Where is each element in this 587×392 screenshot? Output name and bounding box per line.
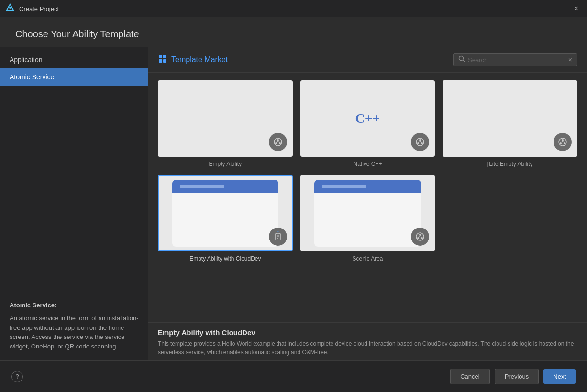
svg-rect-2 <box>159 55 162 58</box>
phone-header-bar-scenic <box>322 185 366 188</box>
svg-point-23 <box>564 142 565 144</box>
card-label-lite-empty: [Lite]Empty Ability <box>487 161 533 167</box>
template-market-icon <box>158 54 167 65</box>
template-market-label: Template Market <box>158 54 228 65</box>
svg-line-7 <box>463 60 465 62</box>
card-preview-scenic-area <box>300 175 435 251</box>
phone-header-clouddev <box>172 180 278 193</box>
phone-header-bar <box>180 185 224 188</box>
dialog-footer: ? Cancel Previous Next <box>0 360 587 392</box>
titlebar: Create Project × <box>0 0 587 17</box>
sidebar-description-body: An atomic service in the form of an inst… <box>10 314 139 351</box>
main-content: Template Market × <box>148 47 587 360</box>
svg-rect-5 <box>163 59 166 63</box>
svg-point-11 <box>279 142 281 144</box>
window: Create Project × Choose Your Ability Tem… <box>0 0 587 392</box>
svg-point-22 <box>560 142 562 144</box>
svg-point-10 <box>275 142 277 144</box>
search-clear-button[interactable]: × <box>568 56 572 64</box>
help-button[interactable]: ? <box>11 371 23 382</box>
svg-rect-3 <box>163 55 166 58</box>
svg-point-21 <box>562 139 564 141</box>
svg-rect-4 <box>159 59 162 63</box>
search-box: × <box>453 53 577 66</box>
card-badge-clouddev <box>269 228 287 246</box>
sidebar: Application Atomic Service Atomic Servic… <box>0 47 148 360</box>
card-preview-clouddev <box>158 175 293 251</box>
template-card-scenic-area[interactable]: Scenic Area <box>300 175 435 262</box>
dialog-heading: Choose Your Ability Template <box>15 29 572 40</box>
card-preview-native-cpp: C++ <box>300 80 435 157</box>
svg-point-6 <box>459 56 464 61</box>
sidebar-nav: Application Atomic Service <box>0 47 148 89</box>
svg-line-24 <box>561 141 563 142</box>
cancel-button[interactable]: Cancel <box>450 369 489 384</box>
svg-line-34 <box>418 236 420 237</box>
card-label-clouddev: Empty Ability with CloudDev <box>189 255 261 262</box>
svg-point-31 <box>419 234 421 236</box>
card-preview-empty-ability <box>158 80 293 157</box>
dialog-header: Choose Your Ability Template <box>0 17 587 47</box>
card-badge-scenic <box>411 228 429 246</box>
phone-header-scenic <box>314 180 421 193</box>
sidebar-description: Atomic Service: An atomic service in the… <box>0 291 148 361</box>
cpp-icon: C++ <box>355 111 380 126</box>
svg-point-9 <box>277 139 279 141</box>
svg-point-16 <box>417 142 419 144</box>
template-grid-container[interactable]: Empty Ability C++ <box>148 73 587 322</box>
template-card-lite-empty[interactable]: [Lite]Empty Ability <box>443 80 577 167</box>
template-grid: Empty Ability C++ <box>158 80 577 262</box>
app-logo-icon <box>6 3 14 14</box>
selected-title: Empty Ability with CloudDev <box>158 328 577 337</box>
phone-mockup-scenic <box>314 180 421 247</box>
phone-body-clouddev <box>172 193 278 247</box>
svg-point-33 <box>421 237 423 239</box>
window-title: Create Project <box>19 5 566 12</box>
dialog-body: Application Atomic Service Atomic Servic… <box>0 47 587 360</box>
svg-point-29 <box>277 238 278 239</box>
close-button[interactable]: × <box>571 3 581 14</box>
svg-point-32 <box>417 237 419 239</box>
svg-line-12 <box>276 141 278 142</box>
card-badge-lite-empty <box>554 133 572 151</box>
svg-line-13 <box>278 141 280 142</box>
selected-description: Empty Ability with CloudDev This templat… <box>148 322 587 360</box>
template-card-empty-ability[interactable]: Empty Ability <box>158 80 293 167</box>
template-market-text: Template Market <box>171 55 228 64</box>
svg-line-25 <box>563 141 565 142</box>
card-preview-lite-empty <box>443 80 577 157</box>
template-card-native-cpp[interactable]: C++ <box>300 80 435 167</box>
sidebar-item-atomic-service[interactable]: Atomic Service <box>0 68 148 86</box>
content-header: Template Market × <box>148 47 587 73</box>
svg-line-35 <box>420 236 422 237</box>
svg-point-17 <box>421 142 423 144</box>
previous-button[interactable]: Previous <box>495 369 539 384</box>
svg-line-18 <box>418 141 420 142</box>
card-badge-empty-ability <box>269 133 287 151</box>
next-button[interactable]: Next <box>543 369 576 384</box>
phone-body-scenic <box>314 193 421 247</box>
card-label-native-cpp: Native C++ <box>353 161 382 167</box>
sidebar-description-title: Atomic Service: <box>10 301 139 310</box>
template-card-clouddev[interactable]: Empty Ability with CloudDev <box>158 175 293 262</box>
card-label-scenic-area: Scenic Area <box>352 255 383 262</box>
card-label-empty-ability: Empty Ability <box>209 161 242 167</box>
search-input[interactable] <box>468 56 565 64</box>
sidebar-item-application[interactable]: Application <box>0 51 148 68</box>
svg-line-19 <box>420 141 422 142</box>
search-icon <box>458 55 465 64</box>
card-badge-native-cpp <box>411 133 429 151</box>
svg-point-15 <box>419 139 421 141</box>
phone-mockup-clouddev <box>172 180 278 247</box>
selected-description-text: This template provides a Hello World exa… <box>158 339 577 357</box>
svg-point-1 <box>9 7 11 9</box>
